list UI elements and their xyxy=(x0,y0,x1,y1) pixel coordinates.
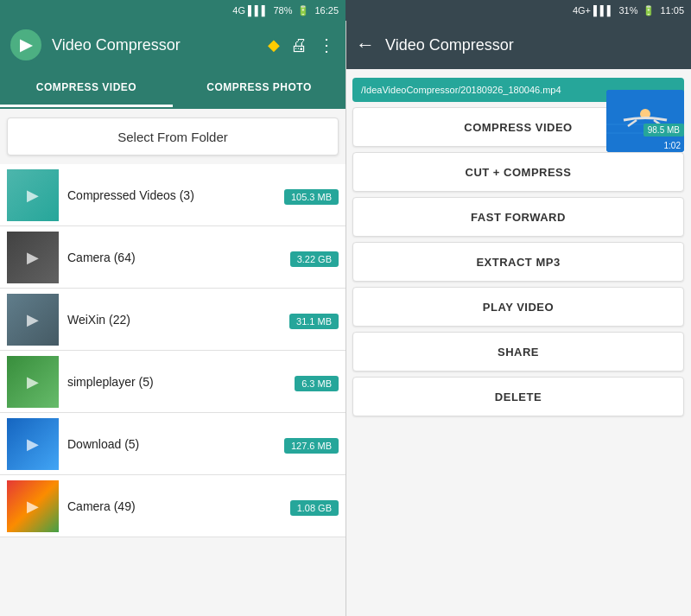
action-button-cut-compress[interactable]: CUT + COMPRESS xyxy=(352,152,684,192)
action-button-delete[interactable]: DELETE xyxy=(352,377,684,416)
size-badge: 1.08 GB xyxy=(290,500,339,516)
right-time: 11:05 xyxy=(660,5,684,16)
size-badge: 127.6 MB xyxy=(284,438,339,454)
left-header: ▶ Video Compressor ◆ 🖨 ⋮ xyxy=(0,21,346,69)
app-icon-symbol: ▶ xyxy=(20,35,32,54)
size-badge: 105.3 MB xyxy=(284,189,339,205)
printer-icon[interactable]: 🖨 xyxy=(290,35,307,55)
left-status-bar: 4G ▌▌▌ 78% 🔋 16:25 xyxy=(0,0,346,21)
size-badge: 31.1 MB xyxy=(289,314,339,329)
right-battery-icon: 🔋 xyxy=(643,5,655,16)
right-signal-icon: 4G+ ▌▌▌ xyxy=(573,5,614,16)
list-item[interactable]: ▶Camera (64)3.22 GB xyxy=(0,226,346,289)
list-item[interactable]: ▶Compressed Videos (3)105.3 MB xyxy=(0,164,346,226)
video-thumb: ▶ xyxy=(7,356,59,408)
video-thumb: ▶ xyxy=(7,418,59,470)
video-info: Download (5) xyxy=(67,437,276,451)
video-thumb: ▶ xyxy=(7,294,59,346)
video-name: Compressed Videos (3) xyxy=(67,188,276,202)
app-icon: ▶ xyxy=(10,29,41,60)
play-icon: ▶ xyxy=(27,435,39,454)
video-thumb: ▶ xyxy=(7,169,59,221)
preview-size-badge: 98.5 MB xyxy=(643,124,684,137)
left-battery: 78% xyxy=(273,5,292,16)
right-panel: ← Video Compressor /IdeaVideoCompressor/… xyxy=(346,21,691,616)
list-item[interactable]: ▶simpleplayer (5)6.3 MB xyxy=(0,351,346,413)
video-info: Camera (64) xyxy=(67,251,282,264)
video-name: WeiXin (22) xyxy=(67,313,281,327)
action-button-play-video[interactable]: PLAY VIDEO xyxy=(352,287,684,327)
video-info: simpleplayer (5) xyxy=(67,375,286,389)
video-name: Camera (49) xyxy=(67,499,282,513)
play-icon: ▶ xyxy=(27,248,39,267)
right-status-info: 4G+ ▌▌▌ 31% 🔋 11:05 xyxy=(573,5,684,16)
video-list: ▶Compressed Videos (3)105.3 MB▶Camera (6… xyxy=(0,164,346,616)
video-info: WeiXin (22) xyxy=(67,313,281,327)
right-header: ← Video Compressor xyxy=(346,21,691,69)
action-button-fast-forward[interactable]: FAST FORWARD xyxy=(352,197,684,237)
play-icon: ▶ xyxy=(27,186,39,205)
size-badge: 6.3 MB xyxy=(295,376,339,391)
play-icon: ▶ xyxy=(27,310,39,329)
video-name: Camera (64) xyxy=(67,251,282,264)
back-button[interactable]: ← xyxy=(356,34,375,56)
left-battery-icon: 🔋 xyxy=(297,5,309,16)
select-from-folder-button[interactable]: Select From Folder xyxy=(7,117,339,156)
preview-thumbnail: 98.5 MB 1:02 xyxy=(606,90,684,152)
video-thumb: ▶ xyxy=(7,232,59,283)
play-icon: ▶ xyxy=(27,497,39,516)
preview-duration: 1:02 xyxy=(664,141,681,150)
right-app-title: Video Compressor xyxy=(385,36,514,54)
action-button-share[interactable]: SHARE xyxy=(352,332,684,372)
tab-compress-photo[interactable]: COMPRESS PHOTO xyxy=(173,69,346,107)
video-name: simpleplayer (5) xyxy=(67,375,286,389)
left-app-title: Video Compressor xyxy=(52,36,257,54)
left-header-icons: ◆ 🖨 ⋮ xyxy=(268,35,335,55)
left-signal-icon: 4G ▌▌▌ xyxy=(232,5,268,16)
video-info: Compressed Videos (3) xyxy=(67,188,276,202)
diamond-icon[interactable]: ◆ xyxy=(268,35,280,54)
list-item[interactable]: ▶WeiXin (22)31.1 MB xyxy=(0,289,346,351)
list-item[interactable]: ▶Camera (49)1.08 GB xyxy=(0,475,346,537)
left-panel: ▶ Video Compressor ◆ 🖨 ⋮ COMPRESS VIDEO … xyxy=(0,21,346,616)
video-preview: 98.5 MB 1:02 xyxy=(606,90,684,152)
tabs: COMPRESS VIDEO COMPRESS PHOTO xyxy=(0,69,346,109)
left-time: 16:25 xyxy=(314,5,339,16)
right-status-bar: 4G+ ▌▌▌ 31% 🔋 11:05 xyxy=(346,0,691,21)
video-thumb: ▶ xyxy=(7,480,59,532)
video-info: Camera (49) xyxy=(67,499,282,513)
right-battery: 31% xyxy=(618,5,637,16)
tab-compress-video[interactable]: COMPRESS VIDEO xyxy=(0,69,173,107)
left-status-info: 4G ▌▌▌ 78% 🔋 16:25 xyxy=(232,5,339,16)
video-name: Download (5) xyxy=(67,437,276,451)
action-buttons: COMPRESS VIDEOCUT + COMPRESSFAST FORWARD… xyxy=(346,107,691,616)
action-button-extract-mp3[interactable]: EXTRACT MP3 xyxy=(352,242,684,282)
list-item[interactable]: ▶Download (5)127.6 MB xyxy=(0,413,346,475)
size-badge: 3.22 GB xyxy=(290,251,339,267)
panel-divider xyxy=(346,21,346,616)
more-icon[interactable]: ⋮ xyxy=(318,35,335,55)
play-icon: ▶ xyxy=(27,372,39,391)
